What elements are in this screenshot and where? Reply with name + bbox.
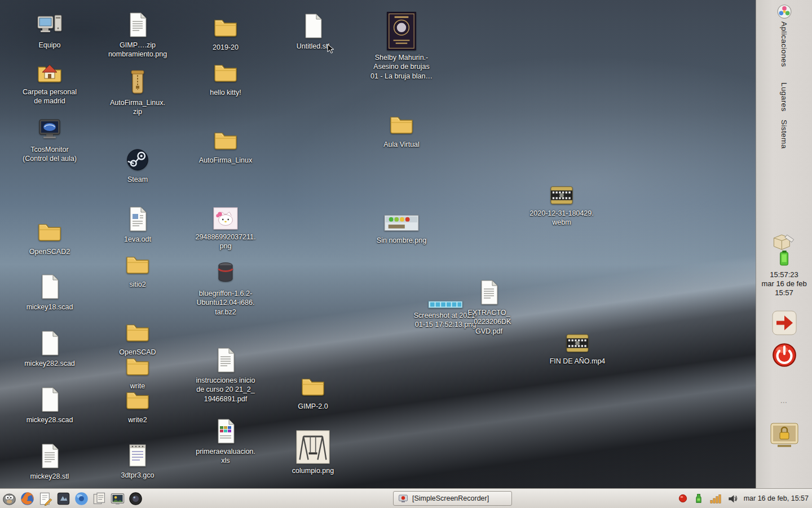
computer-icon — [35, 11, 64, 38]
film-icon — [564, 332, 590, 354]
icon-label: GIMP….zip nombramiento.png — [108, 41, 167, 59]
folder-icon — [124, 352, 151, 379]
battery-box-applet-icon[interactable] — [770, 233, 799, 268]
home-icon — [36, 58, 63, 85]
simplescreenrecorder-icon — [398, 493, 408, 503]
desktop-icon-autofirma-linux[interactable]: AutoFirma_Linux — [189, 126, 262, 165]
desktop-icon-2020-12-31-180429-webm[interactable]: 2020-12-31-180429. webm — [525, 184, 598, 227]
desktop-icon-carpeta-personal-de-madrid[interactable]: Carpeta personal de madrid — [13, 58, 86, 106]
desktop-icon-sitio2[interactable]: sitio2 — [101, 251, 174, 289]
desktop-icon-sin-nombre-png[interactable]: Sin nombre.png — [365, 212, 438, 245]
screenshot-tool-icon — [110, 491, 125, 506]
desktop-icon-hello-kitty[interactable]: hello kitty! — [189, 59, 262, 97]
desktop-icon-mickey282-scad[interactable]: mickey282.scad — [13, 330, 86, 368]
window-button-label: [SimpleScreenRecorder] — [412, 494, 489, 502]
desktop-icon-mickey28-scad[interactable]: mickey28.scad — [13, 386, 86, 424]
desktop-icon-2019-20[interactable]: 2019-20 — [189, 14, 262, 52]
folder-icon — [124, 386, 151, 413]
file-icon — [36, 273, 63, 300]
panel-clock-applet[interactable]: 15:57:23 mar 16 de feb 15:57 — [756, 233, 812, 297]
file-icon — [36, 330, 63, 357]
launcher-dark-app[interactable] — [55, 491, 72, 507]
file-icon — [36, 386, 63, 413]
blue-app-icon — [74, 491, 89, 506]
icon-label: mickey28.scad — [27, 415, 73, 424]
firefox-icon — [20, 491, 35, 506]
taskbar-clock[interactable]: mar 16 de feb, 15:57 — [744, 494, 809, 502]
desktop-icon-primeraevaluacion-xls[interactable]: primeraevaluacion. xls — [189, 418, 262, 466]
desktop-icon-columpio-png[interactable]: columpio.png — [276, 430, 350, 475]
icon-label: 1eva.odt — [124, 235, 151, 244]
panel-clock-date: mar 16 de feb — [761, 279, 806, 288]
steam-icon — [125, 147, 151, 173]
system-tray: mar 16 de feb, 15:57 — [677, 489, 809, 508]
panel-handle[interactable]: ⋯ — [780, 398, 788, 406]
icon-label: bluegriffon-1.6.2- Ubuntu12.04-i686. tar… — [197, 289, 255, 317]
launcher-gimp[interactable] — [1, 491, 17, 507]
logout-button[interactable] — [771, 309, 798, 336]
desktop-icon-fin-de-ano-mp4[interactable]: FIN DE AÑO.mp4 — [541, 332, 614, 366]
recorder-tray-icon[interactable] — [677, 493, 689, 504]
folder-icon — [36, 218, 63, 245]
launcher-blue-app[interactable] — [73, 491, 90, 507]
menu-aplicaciones[interactable]: Aplicaciones — [780, 21, 788, 67]
notepad-icon — [124, 441, 151, 468]
launcher-camera[interactable] — [127, 491, 144, 507]
distro-logo-icon[interactable] — [776, 4, 792, 19]
mouse-cursor-icon — [325, 43, 336, 55]
green-tray-icon[interactable] — [693, 493, 704, 504]
menu-lugares[interactable]: Lugares — [780, 82, 788, 112]
files-icon — [92, 491, 107, 506]
launcher-files[interactable] — [91, 491, 108, 507]
desktop-icon-openscad[interactable]: OpenSCAD — [101, 318, 174, 357]
desktop-icon-gimp-2-0[interactable]: GIMP-2.0 — [276, 373, 350, 411]
icon-label: 294886992037211. png — [196, 233, 256, 251]
menu-sistema[interactable]: Sistema — [780, 120, 788, 149]
desktop-icon-nombramiento-png[interactable]: GIMP….zip nombramiento.png — [101, 11, 174, 59]
zip-icon — [124, 69, 151, 96]
camera-icon — [128, 491, 143, 506]
desktop-icon-extracto-pdf[interactable]: EXTRACTO_ …0223206DK GVD.pdf — [452, 279, 526, 336]
network-signal-icon[interactable] — [709, 493, 722, 504]
icon-label: hello kitty! — [210, 88, 241, 97]
desktop-icon-autofirma-linux-zip[interactable]: AutoFirma_Linux. zip — [101, 69, 174, 117]
desktop-icon-3dtpr3-gco[interactable]: 3dtpr3.gco — [101, 441, 174, 480]
desktop-icon-shelby-mahurin-book[interactable]: Shelby Mahurin.- Asesino de brujas 01 - … — [365, 11, 438, 81]
archive-icon — [212, 260, 239, 287]
window-button-simplescreenrecorder[interactable]: [SimpleScreenRecorder] — [393, 491, 512, 506]
doc-icon — [36, 443, 63, 470]
desktop-icon-tcosmonitor[interactable]: TcosMonitor (Control del aula) — [13, 116, 86, 164]
launcher-screenshot-tool[interactable] — [109, 491, 126, 507]
desktop-icon-instrucciones-pdf[interactable]: instrucciones inicio de curso 20 21_2_ 1… — [189, 347, 262, 404]
volume-icon[interactable] — [727, 493, 738, 504]
icon-label: Sin nombre.png — [377, 236, 426, 245]
lock-screen-button[interactable] — [770, 420, 799, 449]
folder-icon — [299, 373, 326, 400]
icon-label: Steam — [127, 175, 148, 184]
desktop-icon-write2[interactable]: write2 — [101, 386, 174, 424]
desktop-icon-write[interactable]: write — [101, 352, 174, 391]
desktop-icon-mickey28-stl[interactable]: mickey28.stl — [13, 443, 86, 481]
desktop-icon-aula-virtual[interactable]: Aula Virtual — [365, 111, 438, 149]
desktop-icon-openscad2[interactable]: OpenSCAD2 — [13, 218, 86, 256]
text-editor-icon — [38, 491, 53, 506]
tcos-icon — [36, 116, 63, 143]
folder-icon — [124, 318, 151, 345]
desktop-icon-1eva-odt[interactable]: 1eva.odt — [101, 205, 174, 244]
desktop-icon-mickey18-scad[interactable]: mickey18.scad — [13, 273, 86, 312]
launcher-text-editor[interactable] — [37, 491, 54, 507]
doc-icon — [212, 347, 239, 374]
desktop-icon-equipo[interactable]: Equipo — [13, 11, 86, 50]
desktop-icon-steam[interactable]: Steam — [101, 147, 174, 184]
launcher-firefox[interactable] — [19, 491, 36, 507]
desktop-icon-bluegriffon-tarbz2[interactable]: bluegriffon-1.6.2- Ubuntu12.04-i686. tar… — [189, 260, 262, 317]
icon-label: mickey282.scad — [24, 359, 75, 368]
icon-label: sitio2 — [129, 280, 145, 289]
shutdown-button[interactable] — [770, 341, 798, 369]
desktop-icon-untitled-stl[interactable]: Untitled.stl — [276, 12, 350, 51]
doc-icon — [475, 279, 502, 306]
folder-icon — [124, 251, 151, 278]
desktop-icon-294886992037211-png[interactable]: 294886992037211. png — [189, 207, 262, 251]
kitty-icon — [213, 207, 239, 230]
launcher-bar — [1, 490, 144, 507]
